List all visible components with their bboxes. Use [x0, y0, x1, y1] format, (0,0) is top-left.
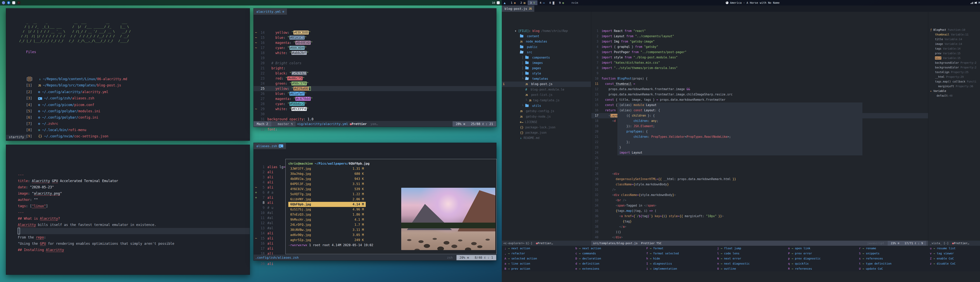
explorer-row[interactable]: {} package.json [502, 130, 591, 135]
which-key-binding[interactable]: R → references [788, 267, 859, 270]
startify-file-list[interactable]: [0] ↓ ~/Repos/blog/content/Linux/06-alac… [26, 61, 250, 139]
explorer-row[interactable]: └ JS tag-template.js [502, 98, 591, 103]
vista-symbol-row[interactable]: ƒ BlogPost Function:10 [930, 27, 980, 32]
wallpaper-file-row[interactable]: aghr5Ip.jpg249 K [288, 237, 366, 242]
which-key-binding[interactable]: a → line action [504, 262, 576, 265]
explorer-row[interactable]: │ pages [502, 66, 591, 71]
workspace-item[interactable]: 3 V [528, 0, 537, 5]
wallpaper-file-row[interactable]: 4bORVJa.jpg943 K [288, 176, 366, 182]
vista-symbol-row[interactable]: tags Variable:14 [930, 46, 980, 51]
which-key-binding[interactable]: e → extensions [576, 267, 646, 270]
workspace-list[interactable]: 1 ◉2 ▤3 V4 ▭8 ◙9 ◍ [508, 0, 566, 5]
now-playing[interactable]: America - A Horse with No Name [726, 1, 780, 4]
which-key-binding[interactable]: S → snippets [859, 252, 930, 255]
explorer-row[interactable]: i JS blog-post.js [502, 81, 591, 87]
alert-icon[interactable]: ! [17, 1, 21, 4]
startify-entry[interactable]: [8] ≡ ~/.local/bin/rofi-menu [26, 127, 250, 133]
explorer-row[interactable]: │ components [502, 55, 591, 61]
explorer-row[interactable]: public [502, 45, 591, 50]
which-key-binding[interactable]: h → hide [646, 257, 717, 260]
discord-icon[interactable] [2, 1, 5, 4]
explorer-row[interactable]: ▾ [FILE]: blog /home/chris/Rep [502, 29, 591, 34]
which-key-binding[interactable]: q → quickfix [788, 262, 859, 265]
which-key-binding[interactable]: p → prev diagnostic [788, 257, 859, 260]
explorer-row[interactable]: └ utils [502, 103, 591, 108]
vista-symbol-row[interactable]: next Variable:15 [930, 56, 980, 61]
which-key-binding[interactable]: t → type definition [859, 262, 930, 265]
which-key-binding[interactable]: f → format selected [646, 252, 717, 255]
workspace-item[interactable]: 4 ▭ [538, 0, 547, 5]
explorer-row[interactable]: {} package-lock.json [502, 125, 591, 130]
wallpaper-file-row[interactable]: 30iNVBw.jpg3.11 M [288, 227, 366, 233]
vista-symbol-row[interactable]: title Variable:14 [930, 37, 980, 41]
startify-entry[interactable]: [4] ⚙ ~/.config/picom/picom.conf [26, 102, 250, 108]
explorer-row[interactable]: JS gatsby-config.js [502, 108, 591, 114]
explorer-row[interactable]: │ images [502, 61, 591, 66]
vista-symbol-row[interactable]: default:48 [930, 93, 980, 98]
explorer-row[interactable]: │ style [502, 71, 591, 76]
vista-symbol-row[interactable]: backgroundColor Property:2 [930, 65, 980, 70]
wifi-icon[interactable] [970, 2, 973, 4]
wallpaper-file-row[interactable]: 9hMxcHr.jpg4.1 M [288, 217, 366, 222]
which-key-binding[interactable]: I → diagnostics [646, 262, 717, 265]
vista-symbol-row[interactable]: __html Property:29 [930, 75, 980, 79]
wallpaper-file-row[interactable]: 07nEzQ3.jpg1.86 M [288, 212, 366, 217]
explorer-row[interactable]: JS gatsby-node.js [502, 114, 591, 119]
which-key-binding[interactable]: D → declaration [576, 257, 646, 260]
which-key-binding[interactable]: u → resume list [930, 247, 980, 250]
startify-entry[interactable]: [1] JS ~/Repos/blog/src/templates/blog-p… [26, 82, 250, 89]
which-key-binding[interactable]: v → tag viewer [930, 252, 980, 255]
which-key-binding[interactable]: O → outline [717, 267, 788, 270]
which-key-binding[interactable]: r → rename [859, 247, 930, 250]
alacritty-buffer[interactable]: ~ 14 yellow: "#EBCB8B" ~ 15 blue: "#81A1… [254, 15, 496, 132]
vista-symbol-row[interactable]: thumbnail Variable:11 [930, 32, 980, 37]
which-key-binding[interactable]: o → open link [788, 247, 859, 250]
which-key-binding[interactable]: U → update CoC [859, 267, 930, 270]
which-key-binding[interactable]: d → definition [576, 262, 646, 265]
vista-outline[interactable]: ƒ BlogPost Function:10 thumbnail Variabl… [928, 12, 980, 241]
which-key-binding[interactable]: c → commands [576, 252, 646, 255]
wallpaper-file-row[interactable]: ad6v90y.jpg3.05 M [288, 233, 366, 237]
explorer-row[interactable]: └ templates [502, 76, 591, 81]
wallpaper-file-row[interactable]: 4Y6C0JV.jpg539 K [288, 186, 366, 192]
which-key-binding[interactable]: z → disable CoC [930, 262, 980, 265]
which-key-binding[interactable]: l → code lens [717, 252, 788, 255]
explorer-row[interactable]: JS node_modules [502, 39, 591, 45]
tab-alacritty-yml[interactable]: alacritty.yml ⚙ [254, 8, 287, 15]
explorer-row[interactable]: content [502, 34, 591, 39]
workspace-item[interactable]: 1 ◉ [508, 0, 518, 5]
wallpaper-file-row[interactable]: 3UwJhbg.jpg680 K [288, 171, 366, 176]
wallpaper-file-row[interactable]: 3JWY37f.jpg1.31 M [288, 166, 366, 171]
display-icon[interactable] [12, 1, 15, 4]
startify-entry[interactable]: [2] ⚙ ~/.config/alacritty/alacritty.yml [26, 89, 250, 95]
which-key-binding[interactable]: b → next action [576, 247, 646, 250]
wallpaper-file-row[interactable]: 6zS17Sj.jpg4.96 M [288, 207, 366, 212]
volume-icon[interactable] [975, 2, 976, 4]
startify-entry[interactable]: [0] ↓ ~/Repos/blog/content/Linux/06-alac… [26, 76, 250, 82]
startify-entry[interactable]: [3] >_ ~/.config/zsh/aliases.zsh [26, 95, 250, 102]
which-key-binding[interactable]: i → implementation [646, 267, 717, 270]
explorer-row[interactable]: JS post-list.js [502, 92, 591, 98]
which-key-binding[interactable]: B → prev action [504, 267, 576, 270]
startify-entry[interactable]: [6] ⚙ ~/.config/polybar/config.ini [26, 114, 250, 121]
bluetooth-icon[interactable]: B [7, 1, 10, 4]
tab-blog-post-js[interactable]: blog-post.js JS [502, 5, 534, 12]
file-explorer[interactable]: ▾ [FILE]: blog /home/chris/Rep content J… [502, 12, 591, 241]
which-key-menu[interactable]: ; → next action , → refactor A → selecte… [502, 246, 980, 271]
explorer-row[interactable]: src [502, 50, 591, 55]
which-key-binding[interactable]: ; → next action [504, 247, 576, 250]
wallpaper-file-row[interactable]: 04PDl3F.jpg3.51 M [288, 182, 366, 186]
vista-symbol-row[interactable]: prev Variable:15 [930, 51, 980, 56]
which-key-binding[interactable]: P → prev error [788, 252, 859, 255]
vista-symbol-row[interactable]: marginLeft Property:36 [930, 84, 980, 89]
workspace-item[interactable]: 9 ◍ [557, 0, 566, 5]
startify-entry[interactable]: [5] ⚙ ~/.config/polybar/modules.ini [26, 108, 250, 114]
tab-aliases-zsh[interactable]: aliases.zsh >_ [254, 143, 286, 149]
which-key-binding[interactable]: Z → enable CoC [930, 257, 980, 260]
which-key-binding[interactable]: n → next diagnostic [717, 262, 788, 265]
startify-entry[interactable]: [7] ⚙ ~/.zshrc [26, 121, 250, 127]
explorer-row[interactable]: # blog-post.module.le [502, 87, 591, 92]
wallpaper-file-row[interactable]: 24LrDFQ.jpg1.7 M [288, 222, 366, 227]
explorer-row[interactable]: LICENSE [502, 119, 591, 125]
vista-symbol-row[interactable]: image Variable:14 [930, 41, 980, 46]
